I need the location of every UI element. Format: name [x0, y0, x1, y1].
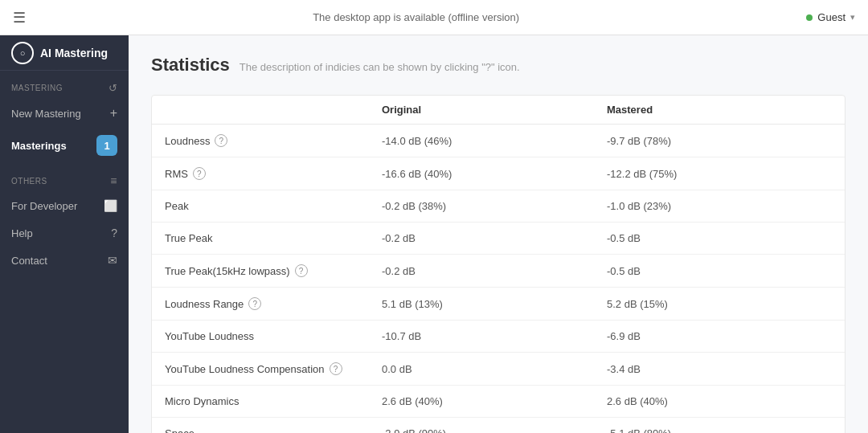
sidebar-section-others: OTHERS ≡	[0, 163, 129, 192]
stats-label-text: YouTube Loudness Compensation	[165, 363, 325, 375]
stats-mastered-value: -0.5 dB	[607, 232, 832, 244]
stats-label: Micro Dynamics	[165, 395, 382, 407]
info-icon[interactable]: ?	[193, 167, 206, 180]
stats-mastered-value: -1.0 dB (23%)	[607, 200, 832, 212]
table-row: YouTube Loudness -10.7 dB -6.9 dB	[152, 321, 845, 353]
stats-label-text: RMS	[165, 168, 188, 180]
stats-label: RMS ?	[165, 167, 382, 180]
col-header-original: Original	[382, 104, 607, 116]
main-layout: ○ AI Mastering MASTERING ↺ New Mastering…	[0, 35, 868, 433]
stats-mastered-value: -9.7 dB (78%)	[607, 135, 832, 147]
logo-text: AI Mastering	[40, 47, 108, 59]
stats-label: True Peak(15kHz lowpass) ?	[165, 264, 382, 277]
stats-label-text: Micro Dynamics	[165, 395, 239, 407]
table-row: Peak -0.2 dB (38%) -1.0 dB (23%)	[152, 190, 845, 223]
stats-label: YouTube Loudness	[165, 330, 382, 342]
topbar-right: Guest ▾	[806, 11, 855, 23]
sidebar-item-new-mastering[interactable]: New Mastering +	[0, 99, 129, 128]
stats-label-text: Peak	[165, 200, 189, 212]
topbar-left: ☰	[13, 9, 26, 27]
others-section-icon: ≡	[110, 174, 117, 187]
stats-mastered-value: 2.6 dB (40%)	[607, 395, 832, 407]
stats-table: Original Mastered Loudness ? -14.0 dB (4…	[151, 95, 845, 433]
info-icon[interactable]: ?	[330, 362, 342, 375]
col-header-mastered: Mastered	[607, 104, 832, 116]
table-row: RMS ? -16.6 dB (40%) -12.2 dB (75%)	[152, 157, 845, 190]
stats-label-text: YouTube Loudness	[165, 330, 254, 342]
stats-label-text: Loudness Range	[165, 298, 244, 310]
sidebar-item-contact[interactable]: Contact ✉	[0, 247, 129, 274]
table-row: True Peak -0.2 dB -0.5 dB	[152, 223, 845, 255]
sidebar-item-help[interactable]: Help ?	[0, 219, 129, 247]
stats-label: Space	[165, 427, 382, 433]
stats-label: Peak	[165, 200, 382, 212]
stats-label: True Peak	[165, 232, 382, 244]
stats-mastered-value: -6.9 dB	[607, 330, 832, 342]
logo-icon: ○	[11, 42, 34, 64]
developer-icon: ⬜	[104, 199, 117, 212]
info-icon[interactable]: ?	[215, 134, 227, 147]
stats-label-text: Space	[165, 427, 194, 433]
sidebar-item-for-developer[interactable]: For Developer ⬜	[0, 192, 129, 219]
info-icon[interactable]: ?	[248, 297, 261, 310]
sidebar-item-masterings-label: Masterings	[11, 140, 67, 152]
table-row: Loudness ? -14.0 dB (46%) -9.7 dB (78%)	[152, 125, 845, 157]
info-icon[interactable]: ?	[295, 264, 308, 277]
page-title: Statistics	[151, 55, 230, 76]
stats-original-value: 2.6 dB (40%)	[382, 395, 607, 407]
table-row: Micro Dynamics 2.6 dB (40%) 2.6 dB (40%)	[152, 386, 845, 418]
mastering-section-icon: ↺	[108, 82, 118, 94]
stats-mastered-value: -12.2 dB (75%)	[607, 168, 832, 180]
page-subtitle: The description of indicies can be shown…	[240, 61, 520, 73]
topbar-notification: The desktop app is available (offline ve…	[313, 11, 519, 23]
sidebar-item-new-mastering-label: New Mastering	[11, 108, 81, 120]
sidebar-section-mastering: MASTERING ↺	[0, 71, 129, 99]
stats-label: Loudness Range ?	[165, 297, 382, 310]
stats-label-text: True Peak(15kHz lowpass)	[165, 265, 290, 277]
stats-rows: Loudness ? -14.0 dB (46%) -9.7 dB (78%) …	[152, 125, 845, 433]
stats-original-value: -2.9 dB (90%)	[382, 427, 607, 433]
stats-original-value: -0.2 dB (38%)	[382, 200, 607, 212]
stats-label: Loudness ?	[165, 134, 382, 147]
menu-icon[interactable]: ☰	[13, 9, 26, 27]
masterings-active-icon: 1	[96, 135, 117, 156]
stats-mastered-value: -3.4 dB	[607, 363, 832, 375]
stats-original-value: -16.6 dB (40%)	[382, 168, 607, 180]
sidebar-item-masterings[interactable]: Masterings 1	[0, 128, 129, 163]
stats-original-value: -14.0 dB (46%)	[382, 135, 607, 147]
sidebar-logo: ○ AI Mastering	[0, 35, 129, 71]
stats-label-text: Loudness	[165, 135, 210, 147]
sidebar-item-help-label: Help	[11, 227, 33, 239]
page-header: Statistics The description of indicies c…	[151, 55, 845, 76]
stats-original-value: 0.0 dB	[382, 363, 607, 375]
new-mastering-icon: +	[110, 106, 117, 121]
stats-label: YouTube Loudness Compensation ?	[165, 362, 382, 375]
stats-table-header: Original Mastered	[152, 96, 845, 125]
contact-icon: ✉	[108, 254, 117, 267]
stats-original-value: -0.2 dB	[382, 232, 607, 244]
user-dropdown-icon[interactable]: ▾	[850, 12, 855, 22]
sidebar: ○ AI Mastering MASTERING ↺ New Mastering…	[0, 35, 129, 433]
table-row: YouTube Loudness Compensation ? 0.0 dB -…	[152, 353, 845, 386]
main-content: Statistics The description of indicies c…	[129, 35, 868, 433]
user-label[interactable]: Guest	[817, 11, 845, 23]
stats-label-text: True Peak	[165, 232, 213, 244]
table-row: True Peak(15kHz lowpass) ? -0.2 dB -0.5 …	[152, 255, 845, 288]
stats-original-value: -10.7 dB	[382, 330, 607, 342]
sidebar-item-contact-label: Contact	[11, 255, 47, 267]
stats-original-value: 5.1 dB (13%)	[382, 298, 607, 310]
online-status-dot	[806, 14, 813, 21]
stats-mastered-value: -0.5 dB	[607, 265, 832, 277]
table-row: Loudness Range ? 5.1 dB (13%) 5.2 dB (15…	[152, 288, 845, 321]
help-icon: ?	[111, 227, 117, 239]
sidebar-item-for-developer-label: For Developer	[11, 200, 77, 212]
stats-mastered-value: 5.2 dB (15%)	[607, 298, 832, 310]
masterings-badge: 1	[104, 140, 109, 152]
topbar: ☰ The desktop app is available (offline …	[0, 0, 868, 35]
stats-original-value: -0.2 dB	[382, 265, 607, 277]
table-row: Space -2.9 dB (90%) -5.1 dB (80%)	[152, 418, 845, 433]
stats-mastered-value: -5.1 dB (80%)	[607, 427, 832, 433]
